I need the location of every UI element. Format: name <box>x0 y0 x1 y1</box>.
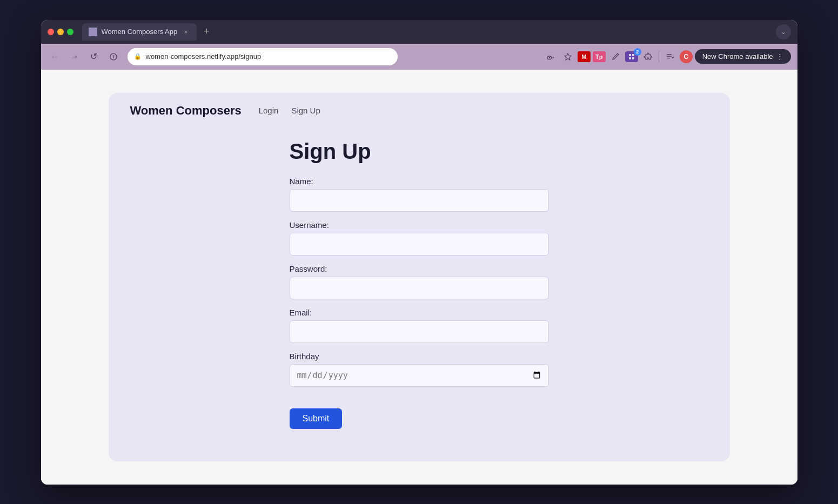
name-input[interactable] <box>290 189 549 212</box>
close-button[interactable] <box>48 29 54 35</box>
pen-icon[interactable] <box>608 49 623 64</box>
forward-button[interactable]: → <box>67 49 82 64</box>
active-tab[interactable]: Women Composers App × <box>82 23 197 41</box>
extension-badge: 2 <box>634 48 641 56</box>
svg-rect-12 <box>667 54 672 55</box>
app-brand: Women Composers <box>130 104 242 118</box>
extensions-icon[interactable]: 2 <box>625 51 638 62</box>
chrome-avatar[interactable]: C <box>680 50 693 63</box>
svg-rect-13 <box>667 56 672 56</box>
new-tab-button[interactable]: + <box>199 24 214 39</box>
tab-close-button[interactable]: × <box>182 28 190 36</box>
email-field-group: Email: <box>290 308 549 343</box>
toolbar-divider <box>659 51 659 62</box>
lock-icon: 🔒 <box>134 53 142 60</box>
name-label: Name: <box>290 177 549 186</box>
svg-point-4 <box>549 57 550 58</box>
email-label: Email: <box>290 308 549 317</box>
svg-point-2 <box>113 55 113 55</box>
maximize-button[interactable] <box>67 29 73 35</box>
bookmark-icon[interactable] <box>560 49 575 64</box>
app-nav: Women Composers Login Sign Up <box>109 93 730 129</box>
svg-marker-7 <box>565 53 571 60</box>
tp-icon[interactable]: Tp <box>593 51 606 62</box>
password-input[interactable] <box>290 277 549 299</box>
address-bar[interactable]: 🔒 women-composers.netlify.app/signup <box>128 48 398 65</box>
birthday-input[interactable] <box>290 364 549 387</box>
new-chrome-button[interactable]: New Chrome available ⋮ <box>695 49 791 64</box>
email-input[interactable] <box>290 320 549 343</box>
form-title: Sign Up <box>290 139 549 164</box>
toolbar: ← → ↺ 🔒 women-composers.netlify.app/sign… <box>41 44 797 70</box>
extension-puzzle-icon[interactable] <box>640 49 655 64</box>
reading-list-icon[interactable] <box>662 49 678 64</box>
name-field-group: Name: <box>290 177 549 212</box>
svg-rect-10 <box>629 57 631 59</box>
url-text: women-composers.netlify.app/signup <box>146 52 391 61</box>
password-field-group: Password: <box>290 264 549 299</box>
svg-point-0 <box>90 29 96 35</box>
back-button[interactable]: ← <box>48 49 63 64</box>
minimize-button[interactable] <box>57 29 64 35</box>
browser-window: Women Composers App × + ⌄ ← → ↺ 🔒 women-… <box>41 20 797 485</box>
tab-favicon <box>89 28 97 36</box>
site-info-button[interactable] <box>106 49 121 64</box>
birthday-field-group: Birthday <box>290 352 549 387</box>
toolbar-icons: M Tp 2 C New Chrome availab <box>543 49 791 64</box>
submit-button[interactable]: Submit <box>290 408 343 429</box>
nav-login[interactable]: Login <box>259 106 279 115</box>
svg-rect-9 <box>632 54 634 56</box>
svg-rect-14 <box>667 58 670 58</box>
title-bar: Women Composers App × + ⌄ <box>41 20 797 44</box>
birthday-label: Birthday <box>290 352 549 361</box>
username-label: Username: <box>290 220 549 230</box>
password-label: Password: <box>290 264 549 273</box>
form-wrapper: Sign Up Name: Username: Password: <box>290 139 549 429</box>
traffic-lights <box>48 29 73 35</box>
form-area: Sign Up Name: Username: Password: <box>109 129 730 461</box>
password-icon[interactable] <box>543 49 558 64</box>
username-input[interactable] <box>290 233 549 256</box>
nav-signup[interactable]: Sign Up <box>291 106 320 115</box>
username-field-group: Username: <box>290 220 549 256</box>
pocket-icon[interactable]: M <box>578 51 591 62</box>
svg-rect-11 <box>632 57 634 59</box>
page-content: Women Composers Login Sign Up Sign Up Na… <box>41 70 797 485</box>
tab-dropdown-button[interactable]: ⌄ <box>776 24 791 39</box>
svg-rect-8 <box>629 54 631 56</box>
refresh-button[interactable]: ↺ <box>86 49 102 64</box>
tab-bar: Women Composers App × + ⌄ <box>82 23 791 41</box>
app-container: Women Composers Login Sign Up Sign Up Na… <box>109 93 730 461</box>
tab-title: Women Composers App <box>102 28 178 36</box>
